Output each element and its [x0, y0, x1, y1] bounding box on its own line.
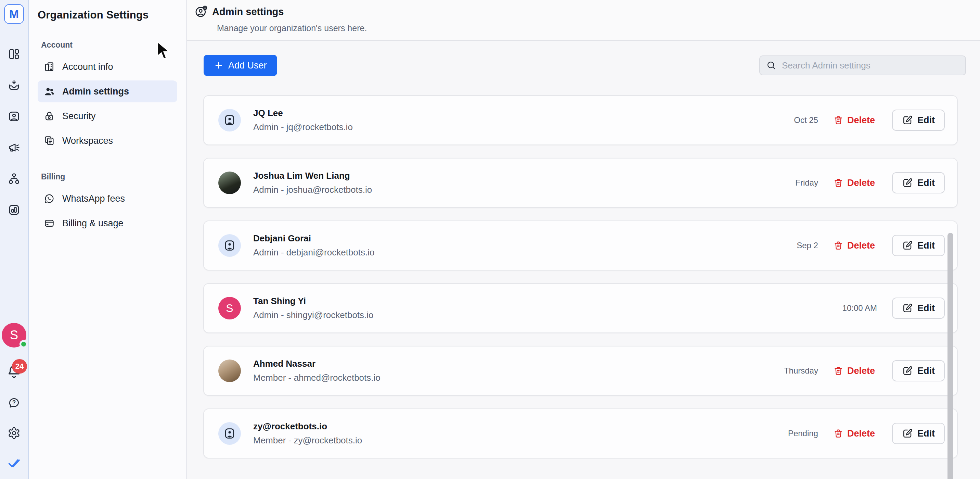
edit-label: Edit: [917, 428, 935, 439]
sidebar-item-account-info[interactable]: Account info: [38, 56, 177, 78]
delete-label: Delete: [847, 366, 875, 376]
plus-icon: [214, 61, 223, 70]
edit-pencil-icon: [902, 303, 913, 314]
contacts-icon[interactable]: [7, 110, 21, 123]
credit-card-icon: [44, 218, 55, 229]
delete-label: Delete: [847, 178, 875, 188]
avatar-photo: [218, 359, 241, 382]
delete-button[interactable]: Delete: [833, 366, 875, 376]
delete-button[interactable]: Delete: [833, 428, 875, 439]
users-icon: [44, 86, 55, 97]
user-row: Debjani Gorai Admin - debjani@rocketbots…: [203, 220, 958, 270]
user-timestamp: Friday: [795, 178, 818, 188]
delete-label: Delete: [847, 428, 875, 439]
edit-label: Edit: [917, 178, 935, 188]
user-row: Joshua Lim Wen Liang Admin - joshua@rock…: [203, 158, 958, 208]
edit-button[interactable]: Edit: [892, 110, 945, 131]
delete-button[interactable]: Delete: [833, 178, 875, 188]
sidebar-item-label: Admin settings: [62, 86, 129, 97]
search-box: [759, 56, 966, 75]
edit-label: Edit: [917, 303, 935, 314]
avatar-photo: [218, 172, 241, 194]
notification-count-badge: 24: [12, 359, 27, 374]
delete-label: Delete: [847, 240, 875, 251]
edit-button[interactable]: Edit: [892, 297, 945, 319]
page-title: Admin settings: [212, 6, 284, 18]
vertical-scrollbar[interactable]: [948, 233, 953, 479]
sidebar-item-admin-settings[interactable]: Admin settings: [38, 80, 177, 102]
user-name: Tan Shing Yi: [253, 296, 842, 307]
trash-icon: [833, 240, 843, 251]
user-name: Ahmed Nassar: [253, 358, 784, 369]
user-list: JQ Lee Admin - jq@rocketbots.io Oct 25 D…: [187, 95, 980, 458]
trash-icon: [833, 178, 843, 188]
user-role-email: Admin - joshua@rocketbots.io: [253, 185, 795, 195]
avatar: [218, 109, 241, 131]
edit-button[interactable]: Edit: [892, 172, 945, 193]
current-user-initial: S: [10, 328, 18, 342]
workspaces-icon: [44, 135, 55, 146]
user-role-email: Member - zy@rocketbots.io: [253, 435, 788, 446]
section-label-account: Account: [41, 40, 177, 49]
delete-label: Delete: [847, 115, 875, 126]
edit-label: Edit: [917, 115, 935, 126]
sidebar-item-billing-usage[interactable]: Billing & usage: [38, 212, 177, 234]
sidebar-item-label: Billing & usage: [62, 218, 124, 229]
add-user-label: Add User: [228, 60, 267, 71]
delete-button[interactable]: Delete: [833, 240, 875, 251]
user-row: zy@rocketbots.io Member - zy@rocketbots.…: [203, 409, 958, 458]
app-icon-rail: M: [0, 0, 29, 479]
edit-pencil-icon: [902, 240, 913, 251]
search-input[interactable]: [782, 60, 959, 71]
edit-pencil-icon: [902, 177, 913, 188]
sidebar-item-workspaces[interactable]: Workspaces: [38, 130, 177, 152]
edit-label: Edit: [917, 240, 935, 251]
user-plus-icon: [194, 5, 208, 19]
current-user-avatar[interactable]: S: [2, 323, 26, 348]
help-icon[interactable]: ?: [7, 396, 21, 410]
sidebar-item-label: WhatsApp fees: [62, 193, 125, 204]
user-name: zy@rocketbots.io: [253, 421, 788, 432]
delete-button[interactable]: Delete: [833, 115, 875, 126]
sidebar-item-security[interactable]: Security: [38, 105, 177, 127]
settings-gear-icon[interactable]: [7, 426, 21, 440]
whatsapp-icon: [44, 193, 55, 204]
main-content: Admin settings Manage your organization'…: [187, 0, 980, 479]
user-name: Debjani Gorai: [253, 233, 797, 244]
user-row: JQ Lee Admin - jq@rocketbots.io Oct 25 D…: [203, 95, 958, 145]
edit-pencil-icon: [902, 428, 913, 439]
user-timestamp: Thursday: [784, 366, 818, 375]
admin-settings-page: M: [0, 0, 980, 479]
lock-icon: [44, 110, 55, 121]
add-user-button[interactable]: Add User: [204, 55, 277, 76]
user-name: Joshua Lim Wen Liang: [253, 171, 795, 181]
search-icon: [766, 60, 776, 70]
user-timestamp: 10:00 AM: [842, 303, 877, 313]
edit-label: Edit: [917, 366, 935, 376]
page-subtitle: Manage your organization's users here.: [217, 23, 980, 33]
user-role-email: Admin - jq@rocketbots.io: [253, 122, 794, 133]
building-icon: [44, 61, 55, 72]
workflows-icon[interactable]: [7, 172, 21, 185]
edit-button[interactable]: Edit: [892, 235, 945, 256]
reports-icon[interactable]: [7, 203, 21, 217]
edit-button[interactable]: Edit: [892, 360, 945, 382]
sidebar-item-whatsapp-fees[interactable]: WhatsApp fees: [38, 188, 177, 209]
user-timestamp: Pending: [788, 429, 818, 438]
user-role-email: Admin - shingyi@rocketbots.io: [253, 310, 842, 321]
sidebar-item-label: Account info: [62, 62, 113, 72]
org-settings-sidebar: Organization Settings Account Account in…: [29, 0, 187, 479]
user-row: Ahmed Nassar Member - ahmed@rocketbots.i…: [203, 346, 958, 396]
toolbar: Add User: [187, 55, 980, 76]
broadcast-icon[interactable]: [7, 141, 21, 155]
dashboard-icon[interactable]: [7, 47, 21, 61]
user-role-email: Member - ahmed@rocketbots.io: [253, 372, 784, 383]
inbox-icon[interactable]: [7, 78, 21, 92]
avatar-initial: S: [218, 297, 241, 319]
avatar: [218, 422, 241, 445]
rail-bottom: S 24 ?: [2, 323, 26, 470]
edit-button[interactable]: Edit: [892, 423, 945, 444]
sidebar-item-label: Workspaces: [62, 136, 113, 146]
workspace-logo[interactable]: M: [4, 4, 24, 24]
notifications-bell[interactable]: 24: [6, 364, 22, 380]
